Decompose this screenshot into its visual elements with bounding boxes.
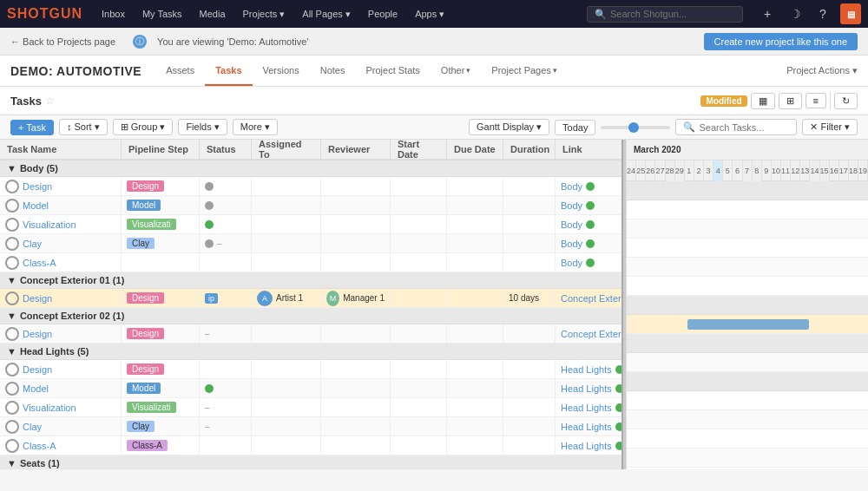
status-cell: – — [200, 324, 252, 343]
today-button[interactable]: Today — [555, 120, 595, 135]
task-link[interactable]: Clay — [23, 239, 42, 249]
link-value[interactable]: Concept Exterior 01 — [561, 293, 621, 304]
group-button[interactable]: ⊞ Group ▾ — [113, 119, 174, 135]
tab-project-pages[interactable]: Project Pages ▾ — [481, 56, 567, 86]
task-link[interactable]: Model — [23, 200, 49, 211]
link-value[interactable]: Head Lights — [561, 383, 612, 394]
pipeline-cell: Visualizati — [122, 398, 200, 416]
link-value[interactable]: Head Lights — [561, 364, 612, 375]
link-cell: Head Lights — [556, 436, 621, 455]
tab-tasks[interactable]: Tasks — [205, 56, 252, 86]
tab-notes[interactable]: Notes — [310, 56, 356, 86]
pipeline-cell — [122, 253, 200, 272]
chevron-down-icon: ▾ — [553, 66, 557, 75]
link-value[interactable]: Body — [561, 239, 582, 249]
sort-button[interactable]: ↕ Sort ▾ — [59, 119, 108, 135]
link-value[interactable]: Head Lights — [561, 441, 612, 451]
tab-project-stats[interactable]: Project Stats — [355, 56, 430, 86]
tab-versions[interactable]: Versions — [253, 56, 310, 86]
task-link[interactable]: Visualization — [23, 403, 76, 413]
nav-people[interactable]: People — [363, 9, 403, 19]
link-value[interactable]: Body — [561, 219, 582, 230]
nav-my-tasks[interactable]: My Tasks — [137, 9, 187, 19]
more-button[interactable]: More ▾ — [233, 119, 278, 135]
link-value[interactable]: Body — [561, 181, 582, 192]
task-link[interactable]: Design — [23, 329, 52, 339]
view-table-button[interactable]: ≡ — [806, 93, 826, 108]
favorite-star[interactable]: ☆ — [45, 95, 55, 107]
group-header-concept-exterior-01[interactable]: ▼ Concept Exterior 01 (1) — [0, 272, 621, 289]
group-header-head-lights[interactable]: ▼ Head Lights (5) — [0, 344, 621, 360]
tab-other[interactable]: Other ▾ — [431, 56, 482, 86]
task-link[interactable]: Clay — [23, 422, 42, 432]
duration-cell — [503, 436, 556, 455]
nav-apps[interactable]: Apps ▾ — [410, 9, 450, 20]
reviewer-cell — [321, 177, 391, 195]
task-link[interactable]: Design — [23, 364, 52, 375]
create-project-button[interactable]: Create new project like this one — [704, 33, 858, 50]
task-icon — [5, 401, 19, 415]
task-link[interactable]: Visualization — [23, 219, 76, 230]
due-date-cell — [447, 417, 503, 435]
status-cell: – — [200, 417, 252, 435]
gantt-group-row — [627, 334, 868, 353]
link-value[interactable]: Head Lights — [561, 403, 612, 413]
group-concept-exterior-02: ▼ Concept Exterior 02 (1) Design Design … — [0, 308, 621, 344]
group-header-seats[interactable]: ▼ Seats (1) — [0, 455, 621, 469]
task-name-cell: Design — [0, 324, 122, 343]
task-link[interactable]: Class-A — [23, 258, 56, 268]
view-grid-button[interactable]: ▦ — [751, 93, 775, 109]
add-task-button[interactable]: + Task — [10, 120, 54, 135]
link-cell: Body — [556, 196, 621, 214]
task-link[interactable]: Model — [23, 383, 49, 394]
link-value[interactable]: Body — [561, 258, 582, 268]
status-dash: – — [205, 403, 210, 412]
link-value[interactable]: Body — [561, 200, 582, 211]
status-cell — [200, 215, 252, 233]
gantt-group-row — [627, 181, 868, 200]
refresh-button[interactable]: ↻ — [834, 93, 858, 109]
separator — [830, 92, 831, 109]
link-value[interactable]: Head Lights — [561, 422, 612, 432]
assigned-cell — [252, 398, 321, 416]
project-actions-menu[interactable]: Project Actions ▾ — [786, 65, 858, 76]
task-icon — [5, 382, 19, 396]
task-link[interactable]: Design — [23, 181, 52, 192]
global-search: 🔍 — [587, 6, 743, 23]
filter-button[interactable]: ✕ Filter ▾ — [802, 119, 858, 135]
nav-projects[interactable]: Projects ▾ — [238, 9, 291, 20]
nav-media[interactable]: Media — [194, 9, 231, 19]
link-value[interactable]: Concept Exterior 02 — [561, 329, 621, 339]
task-name-cell: Class-A — [0, 436, 122, 455]
gantt-day: 14 — [810, 160, 819, 181]
link-status-dot — [586, 220, 595, 229]
task-link[interactable]: Class-A — [23, 441, 56, 451]
col-header-duration: Duration — [503, 140, 556, 159]
task-link[interactable]: Design — [23, 293, 52, 304]
group-header-body[interactable]: ▼ Body (5) — [0, 160, 621, 177]
duration-value: 10 days — [509, 293, 539, 303]
view-list-button[interactable]: ⊞ — [779, 93, 802, 109]
add-button[interactable]: + — [757, 3, 778, 24]
col-header-due: Due Date — [447, 140, 503, 159]
duration-cell — [503, 379, 556, 397]
nav-inbox[interactable]: Inbox — [96, 9, 130, 19]
gantt-display-button[interactable]: Gantt Display ▾ — [469, 119, 549, 135]
global-search-input[interactable] — [610, 9, 735, 19]
back-to-projects-link[interactable]: ← Back to Projects page — [10, 36, 115, 47]
tab-assets[interactable]: Assets — [155, 56, 205, 86]
zoom-slider[interactable] — [601, 126, 670, 129]
night-mode-button[interactable]: ☽ — [785, 3, 806, 24]
app-logo[interactable]: SHOTGUN — [7, 6, 82, 22]
help-button[interactable]: ? — [812, 3, 833, 24]
user-avatar[interactable]: ▤ — [840, 3, 861, 24]
search-tasks-input[interactable] — [699, 122, 786, 133]
task-icon — [5, 237, 19, 251]
nav-all-pages[interactable]: All Pages ▾ — [297, 9, 356, 20]
status-dot — [205, 239, 214, 248]
assigned-cell — [252, 436, 321, 455]
fields-button[interactable]: Fields ▾ — [178, 119, 227, 135]
duration-cell — [503, 398, 556, 416]
group-header-concept-exterior-02[interactable]: ▼ Concept Exterior 02 (1) — [0, 308, 621, 324]
reviewer-name: Manager 1 — [343, 293, 385, 303]
